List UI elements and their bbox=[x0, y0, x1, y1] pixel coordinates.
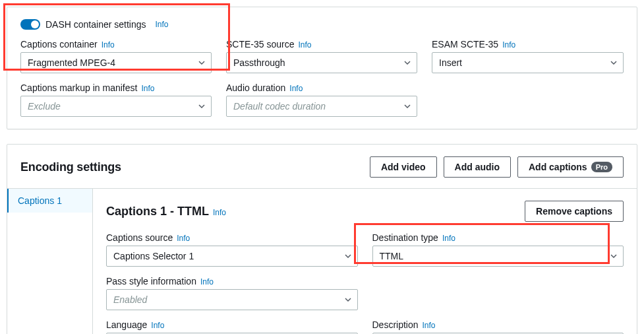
info-link[interactable]: Info bbox=[502, 40, 515, 50]
info-link[interactable]: Info bbox=[102, 40, 115, 50]
captions-source-select[interactable]: Captions Selector 1 bbox=[106, 246, 358, 267]
destination-type-label: Destination type bbox=[372, 232, 438, 243]
info-link[interactable]: Info bbox=[156, 20, 169, 29]
caret-down-icon bbox=[403, 102, 411, 110]
caret-down-icon bbox=[344, 252, 352, 260]
encoding-heading: Encoding settings bbox=[20, 160, 121, 174]
dash-toggle-label: DASH container settings bbox=[45, 19, 146, 30]
destination-type-select[interactable]: TTML bbox=[372, 246, 624, 267]
audio-duration-select[interactable]: Default codec duration bbox=[226, 96, 417, 117]
select-value: TTML bbox=[380, 251, 404, 261]
language-label: Language bbox=[106, 319, 147, 330]
info-link[interactable]: Info bbox=[213, 208, 226, 217]
scte35-source-select[interactable]: Passthrough bbox=[226, 52, 417, 73]
encoding-nav: Captions 1 bbox=[7, 189, 93, 334]
caret-down-icon bbox=[610, 59, 618, 67]
info-link[interactable]: Info bbox=[177, 234, 190, 243]
nav-item-captions1[interactable]: Captions 1 bbox=[7, 189, 92, 213]
esam-scte35-label: ESAM SCTE-35 bbox=[432, 39, 498, 50]
info-link[interactable]: Info bbox=[200, 277, 214, 286]
select-value: Passthrough bbox=[233, 57, 285, 68]
select-value: Fragmented MPEG-4 bbox=[28, 57, 115, 68]
info-link[interactable]: Info bbox=[289, 84, 303, 93]
info-link[interactable]: Info bbox=[442, 234, 455, 243]
add-audio-button[interactable]: Add audio bbox=[444, 156, 511, 178]
esam-scte35-select[interactable]: Insert bbox=[432, 52, 624, 73]
select-value: Enabled bbox=[113, 294, 147, 305]
dash-panel: DASH container settings Info Captions co… bbox=[7, 7, 637, 129]
captions-markup-label: Captions markup in manifest bbox=[20, 83, 137, 93]
pass-style-select[interactable]: Enabled bbox=[106, 289, 358, 310]
info-link[interactable]: Info bbox=[298, 40, 311, 50]
add-video-button[interactable]: Add video bbox=[370, 156, 437, 178]
info-link[interactable]: Info bbox=[151, 321, 164, 330]
add-captions-button[interactable]: Add captions Pro bbox=[517, 156, 624, 178]
info-link[interactable]: Info bbox=[141, 84, 154, 93]
captions-source-label: Captions source bbox=[106, 232, 173, 243]
select-value: Default codec duration bbox=[233, 101, 326, 112]
select-value: Exclude bbox=[28, 101, 61, 112]
caret-down-icon bbox=[198, 59, 206, 67]
audio-duration-label: Audio duration bbox=[226, 83, 285, 93]
description-label: Description bbox=[372, 319, 419, 330]
pass-style-label: Pass style information bbox=[106, 276, 196, 286]
caret-down-icon bbox=[610, 252, 618, 260]
pro-badge: Pro bbox=[591, 162, 612, 172]
captions-title: Captions 1 - TTML bbox=[106, 205, 209, 218]
captions-container-select[interactable]: Fragmented MPEG-4 bbox=[20, 52, 212, 73]
encoding-panel: Encoding settings Add video Add audio Ad… bbox=[7, 144, 637, 334]
remove-captions-button[interactable]: Remove captions bbox=[525, 201, 624, 222]
caret-down-icon bbox=[344, 296, 352, 304]
captions-container-label: Captions container bbox=[20, 39, 98, 50]
caret-down-icon bbox=[198, 102, 206, 110]
captions-markup-select[interactable]: Exclude bbox=[20, 96, 212, 117]
scte35-source-label: SCTE-35 source bbox=[226, 39, 294, 50]
select-value: Insert bbox=[439, 57, 462, 68]
select-value: Captions Selector 1 bbox=[113, 251, 194, 261]
info-link[interactable]: Info bbox=[423, 321, 436, 330]
caret-down-icon bbox=[403, 59, 411, 67]
dash-toggle[interactable] bbox=[20, 19, 40, 30]
